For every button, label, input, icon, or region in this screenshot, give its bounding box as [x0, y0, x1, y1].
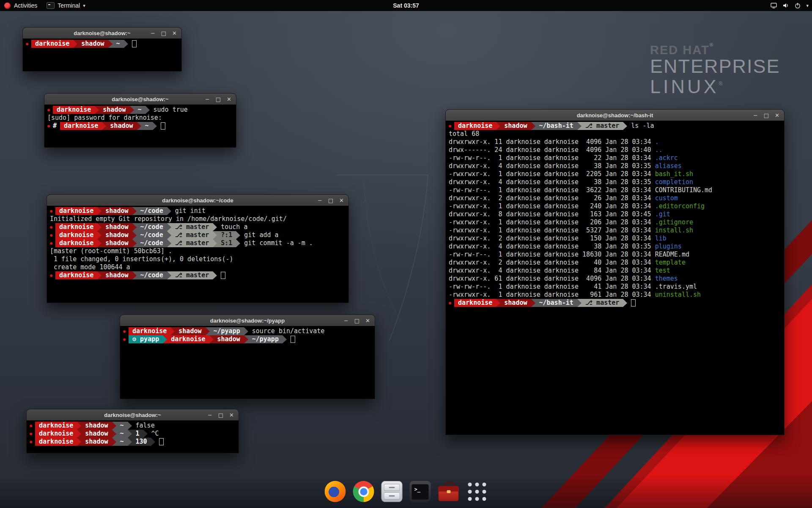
command-text: source bin/activate: [252, 327, 325, 335]
terminal-window-pyapp[interactable]: darknoise@shadow:~/pyapp − □ ✕ ●darknois…: [120, 315, 375, 399]
close-button[interactable]: ✕: [775, 113, 779, 118]
activities-button[interactable]: Activities: [0, 2, 37, 9]
prompt-icon: ●: [30, 438, 32, 446]
prompt-segment-host: shadow: [106, 122, 137, 130]
close-button[interactable]: ✕: [229, 412, 234, 418]
file-meta: drwxrwxr-x. 8 darknoise darknoise 163 Ja…: [449, 210, 655, 218]
powerline-arrow-shape: [153, 122, 157, 130]
minimize-button[interactable]: −: [208, 412, 212, 418]
powerline-arrow: [496, 299, 500, 307]
prompt-segment-dirty: ?:1: [217, 231, 236, 239]
system-status-menu[interactable]: ▾: [770, 0, 809, 11]
terminal-body[interactable]: ●darknoiseshadow~sudo true[sudo] passwor…: [44, 105, 236, 147]
drawer-shape: [384, 492, 400, 500]
maximize-button[interactable]: □: [328, 198, 333, 203]
powerline-arrow: [236, 231, 240, 239]
powerline-arrow-shape: [244, 335, 248, 343]
maximize-button[interactable]: □: [354, 318, 359, 323]
prompt-segment-host: shadow: [102, 207, 132, 215]
prompt-segment-git: ⎇ master: [582, 122, 623, 130]
terminal-window-home-1[interactable]: darknoise@shadow:~ − □ ✕ ●darknoiseshado…: [22, 27, 182, 72]
file-name: .git: [655, 210, 670, 218]
maximize-button[interactable]: □: [161, 30, 166, 36]
window-titlebar[interactable]: darknoise@shadow:~/code − □ ✕: [47, 195, 348, 206]
brand-linux-text: LINUX: [650, 76, 719, 97]
powerline-arrow-shape: [108, 40, 112, 48]
minimize-button[interactable]: −: [151, 30, 155, 36]
minimize-button[interactable]: −: [205, 97, 210, 102]
window-titlebar[interactable]: darknoise@shadow:~ − □ ✕: [23, 28, 181, 39]
window-titlebar[interactable]: darknoise@shadow:~/pyapp − □ ✕: [120, 315, 375, 326]
powerline-arrow-shape: [213, 239, 217, 247]
maximize-button[interactable]: □: [216, 97, 221, 102]
clock[interactable]: Sat 03:57: [393, 2, 419, 9]
powerline-arrow-shape: [77, 430, 81, 438]
close-button[interactable]: ✕: [227, 97, 231, 102]
prompt-segment-host: shadow: [500, 122, 531, 130]
powerline-arrow: [132, 271, 137, 279]
terminal-window-sudo[interactable]: darknoise@shadow:~ − □ ✕ ●darknoiseshado…: [44, 93, 236, 148]
powerline-arrow: [206, 327, 210, 335]
brand-enterprise-text: ENTERPRISE: [650, 56, 780, 76]
prompt-segment-host: shadow: [102, 231, 132, 239]
prompt-segment-path: ~: [134, 106, 145, 114]
prompt-segment-host: shadow: [99, 106, 129, 114]
prompt-segment-path: ~/code: [137, 223, 167, 231]
prompt-line: ●#darknoiseshadow~: [47, 122, 233, 130]
maximize-button[interactable]: □: [218, 412, 223, 418]
terminal-body[interactable]: ●darknoiseshadow~/pyappsource bin/activa…: [120, 326, 375, 399]
terminal-cursor: [291, 336, 295, 343]
powerline-arrow-shape: [236, 231, 240, 239]
window-title: darknoise@shadow:~: [104, 412, 161, 418]
terminal-window-bash-it[interactable]: darknoise@shadow:~/bash-it − □ ✕ ●darkno…: [445, 109, 785, 435]
ls-line: drwxrwxr-x. 8 darknoise darknoise 163 Ja…: [449, 210, 781, 218]
window-titlebar[interactable]: darknoise@shadow:~ − □ ✕: [44, 94, 236, 105]
minimize-button[interactable]: −: [344, 318, 348, 323]
files-icon[interactable]: [381, 481, 403, 502]
powerline-arrow-shape: [73, 40, 77, 48]
terminal-cursor: [221, 272, 225, 279]
window-titlebar[interactable]: darknoise@shadow:~/bash-it − □ ✕: [446, 110, 784, 121]
toolbox-icon[interactable]: [438, 481, 459, 502]
terminal-body[interactable]: ●darknoiseshadow~/bash-it⎇ masterls -lat…: [446, 121, 784, 435]
powerline-arrow-shape: [170, 327, 175, 335]
app-grid-icon[interactable]: [466, 481, 488, 502]
terminal-body[interactable]: ●darknoiseshadow~/codegit initInitialize…: [47, 206, 348, 303]
file-name: custom: [655, 194, 678, 202]
chrome-icon[interactable]: [353, 481, 374, 502]
prompt-segment-host: shadow: [77, 40, 108, 48]
terminal-window-home-2[interactable]: darknoise@shadow:~ − □ ✕ ●darknoiseshado…: [26, 409, 239, 453]
prompt-segment-host: shadow: [81, 430, 112, 438]
terminal-window-code[interactable]: darknoise@shadow:~/code − □ ✕ ●darknoise…: [47, 194, 349, 303]
ls-line: drwxrwxr-x. 4 darknoise darknoise 38 Jan…: [449, 178, 781, 186]
minimize-button[interactable]: −: [318, 198, 322, 203]
prompt-icon: ●: [449, 122, 451, 130]
ls-line: drwxrwxr-x. 4 darknoise darknoise 84 Jan…: [449, 267, 781, 275]
powerline-arrow: [151, 438, 155, 446]
close-button[interactable]: ✕: [339, 198, 344, 203]
powerline-arrow-shape: [577, 299, 582, 307]
powerline-arrow-shape: [283, 335, 287, 343]
power-icon: [794, 2, 801, 9]
terminal-body[interactable]: ●darknoiseshadow~: [23, 39, 181, 71]
prompt-segment-git: ⎇ master: [171, 271, 213, 279]
terminal-body[interactable]: ●darknoiseshadow~false●darknoiseshadow~1…: [27, 420, 239, 453]
window-titlebar[interactable]: darknoise@shadow:~ − □ ✕: [27, 409, 239, 421]
terminal-dock-icon[interactable]: >_: [410, 481, 431, 502]
close-button[interactable]: ✕: [365, 318, 370, 323]
ls-line: -rwxrwxr-x. 1 darknoise darknoise 2205 J…: [449, 170, 781, 178]
close-button[interactable]: ✕: [172, 30, 177, 36]
prompt-segment-path: ~/code: [137, 231, 167, 239]
firefox-icon[interactable]: [325, 481, 346, 502]
grid-dot: [482, 490, 486, 494]
dock: >_: [325, 481, 488, 502]
powerline-arrow-shape: [102, 122, 106, 130]
minimize-button[interactable]: −: [753, 113, 758, 118]
powerline-arrow-shape: [167, 271, 171, 279]
powerline-arrow: [283, 335, 287, 343]
prompt-icon: ●: [30, 430, 32, 438]
app-menu[interactable]: Terminal ▾: [47, 2, 85, 9]
maximize-button[interactable]: □: [764, 113, 769, 118]
window-title: darknoise@shadow:~/pyapp: [210, 318, 285, 324]
prompt-segment-path: ~/bash-it: [535, 299, 577, 307]
